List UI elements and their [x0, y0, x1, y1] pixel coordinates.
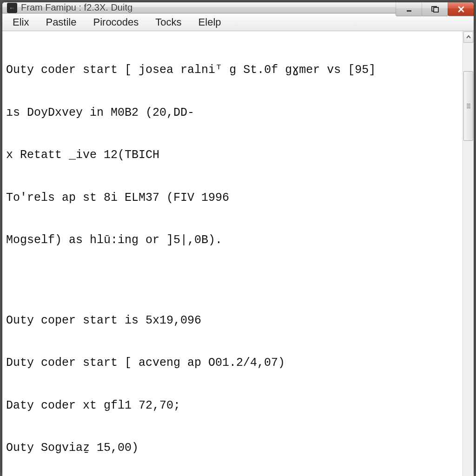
app-icon: ← [7, 3, 17, 13]
scroll-up-button[interactable] [463, 32, 473, 43]
minimize-button[interactable] [396, 2, 422, 16]
output-line: ıs DoyDxvey in M0B2 (20,DD- [6, 106, 460, 120]
text-output[interactable]: Outy coder start [ josea ralniᵀ g St.0f … [2, 31, 463, 476]
scroll-track[interactable] [463, 43, 473, 476]
menu-elelp[interactable]: Elelp [190, 13, 230, 31]
maximize-icon [431, 6, 439, 13]
blank-line [6, 276, 460, 285]
output-line: x Retatt _ive 12(TBICH [6, 148, 460, 163]
vertical-scrollbar[interactable] [463, 31, 474, 476]
minimize-icon [406, 6, 412, 13]
window-buttons [396, 2, 474, 16]
output-line: Outy Sogviaẕ 15,00) [6, 441, 460, 456]
svg-rect-0 [407, 10, 411, 12]
scroll-thumb[interactable] [463, 71, 473, 141]
chevron-up-icon [466, 35, 471, 40]
output-line: Outy coder start [ josea ralniᵀ g St.0f … [6, 63, 460, 78]
window-title: Fram Famipu : f2.3X. Duitg [21, 2, 132, 13]
menu-pirocodes[interactable]: Pirocodes [85, 13, 147, 31]
close-button[interactable] [448, 2, 474, 16]
menu-pastile[interactable]: Pastile [37, 13, 85, 31]
menu-elix[interactable]: Elix [4, 13, 37, 31]
output-line: Daty coder xt gfl1 72,70; [6, 399, 460, 413]
menu-label: Elix [13, 16, 29, 28]
close-icon [457, 6, 465, 13]
menu-label: Tocks [155, 16, 181, 28]
menu-tocks[interactable]: Tocks [147, 13, 190, 31]
client-area: Outy coder start [ josea ralniᵀ g St.0f … [2, 31, 474, 476]
maximize-button[interactable] [422, 2, 448, 16]
svg-rect-2 [434, 7, 438, 12]
menu-label: Pastile [46, 16, 76, 28]
output-line: Outy coper start is 5x19,096 [6, 314, 460, 328]
app-window: ← Fram Famipu : f2.3X. Duitg Elix Pastil… [2, 2, 474, 474]
menu-label: Elelp [198, 16, 221, 28]
menu-label: Pirocodes [93, 16, 139, 28]
output-line: Duty coder start [ acveng ap O01.2/4,07) [6, 356, 460, 370]
title-bar[interactable]: ← Fram Famipu : f2.3X. Duitg [2, 2, 474, 13]
output-line: To'rels ap st 8i ELM37 (FIV 1996 [6, 191, 460, 205]
output-line: Mogself) as hlū:ing or ]5|,0B). [6, 233, 460, 248]
